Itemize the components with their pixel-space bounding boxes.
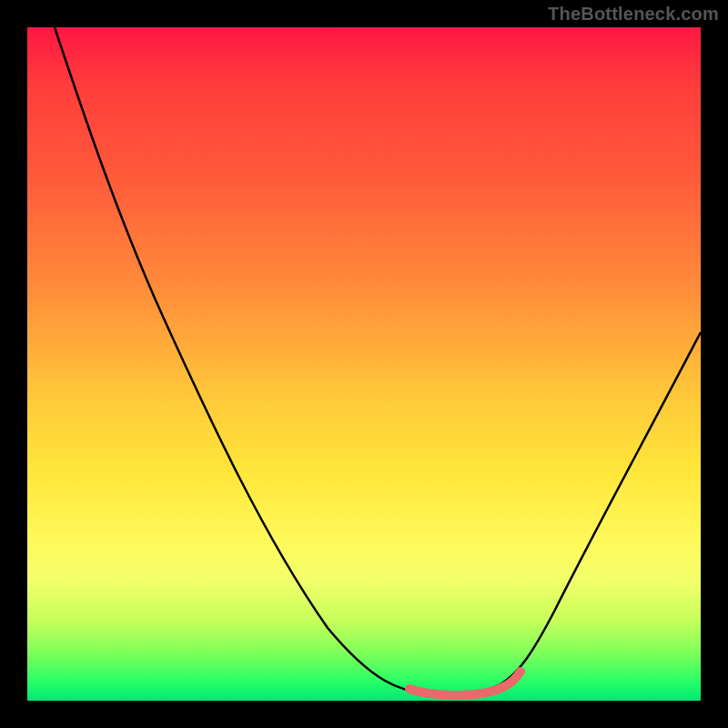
plot-area bbox=[27, 27, 701, 701]
bottleneck-curve bbox=[55, 27, 701, 694]
pink-flat-segment bbox=[410, 672, 521, 695]
watermark-text: TheBottleneck.com bbox=[548, 4, 719, 25]
chart-stage: TheBottleneck.com bbox=[0, 0, 728, 728]
curve-layer bbox=[27, 27, 701, 701]
